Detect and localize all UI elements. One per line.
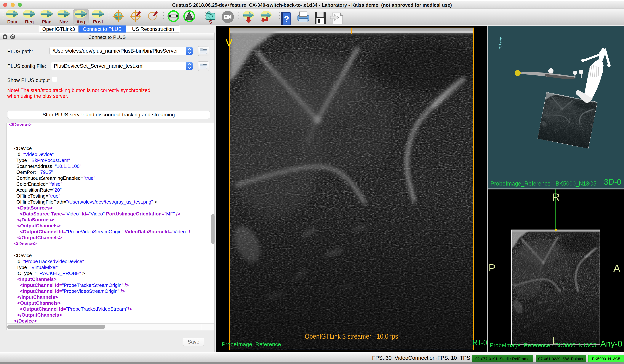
svg-text:ProbeImage_Reference - BK5000_: ProbeImage_Reference - BK5000_N13C5 [490,342,596,349]
svg-text:A: A [613,262,621,274]
svg-text:R: R [552,191,560,203]
svg-text:ProbeImage_Reference - BK5000_: ProbeImage_Reference - BK5000_N13C5 [491,180,597,187]
svg-text:3D-0: 3D-0 [604,177,621,187]
svg-text:ProbeImage_Reference: ProbeImage_Reference [222,341,281,347]
svg-text:V: V [225,36,233,49]
svg-text:?: ? [284,14,289,24]
svg-text:OpenIGTLink 3 streamer - 10.0: OpenIGTLink 3 streamer - 10.0 fps [305,333,398,340]
svg-text:P: P [489,262,495,274]
svg-text:RT-0: RT-0 [472,338,487,347]
svg-text:Any-0: Any-0 [600,339,622,348]
svg-text:S: S [209,19,212,25]
